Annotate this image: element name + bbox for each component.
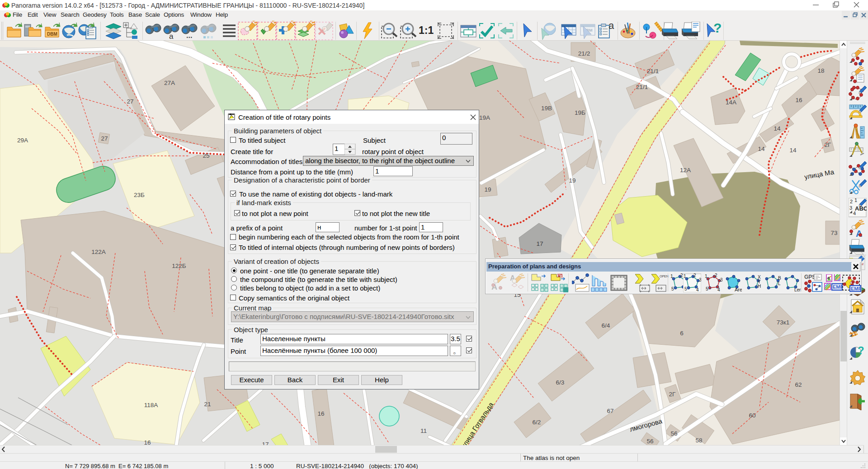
svg-text:14: 14 bbox=[758, 145, 765, 152]
svg-text:58: 58 bbox=[695, 437, 702, 444]
svg-text:1: 1 bbox=[854, 198, 857, 203]
svg-text:12А: 12А bbox=[680, 167, 691, 174]
svg-text:73к1: 73к1 bbox=[777, 319, 789, 326]
svg-text:OPEN: OPEN bbox=[660, 275, 669, 278]
svg-text:14А: 14А bbox=[726, 99, 736, 106]
svg-text:2Г: 2Г bbox=[825, 141, 832, 148]
svg-text:122Б: 122Б bbox=[172, 263, 186, 269]
svg-text:73: 73 bbox=[830, 230, 837, 236]
svg-text:62: 62 bbox=[795, 381, 802, 388]
svg-text:3: 3 bbox=[699, 277, 701, 282]
svg-text:23Б: 23Б bbox=[134, 192, 145, 198]
svg-text:1: 1 bbox=[670, 274, 673, 279]
svg-text:17: 17 bbox=[536, 240, 543, 247]
svg-text:21/2: 21/2 bbox=[578, 50, 590, 57]
svg-text:19A: 19A bbox=[479, 114, 490, 121]
svg-text:19В: 19В bbox=[541, 105, 552, 112]
svg-text:EMF: EMF bbox=[833, 284, 843, 290]
svg-text:16: 16 bbox=[317, 410, 324, 417]
svg-text:a: a bbox=[609, 22, 614, 31]
svg-text:27: 27 bbox=[127, 98, 133, 105]
svg-text:3: 3 bbox=[849, 205, 852, 211]
svg-text:6: 6 bbox=[680, 330, 684, 337]
svg-text:29A: 29A bbox=[17, 137, 28, 144]
svg-text:6/4: 6/4 bbox=[602, 322, 610, 329]
svg-text:Len: Len bbox=[794, 287, 801, 292]
svg-text:56: 56 bbox=[670, 430, 677, 437]
svg-text:5: 5 bbox=[684, 286, 687, 291]
svg-text:4: 4 bbox=[717, 287, 720, 292]
svg-text:27A: 27A bbox=[164, 80, 175, 86]
svg-text:27: 27 bbox=[101, 135, 108, 142]
svg-text:25: 25 bbox=[203, 152, 209, 159]
svg-text:5: 5 bbox=[671, 286, 674, 291]
svg-text:2: 2 bbox=[693, 273, 696, 278]
svg-text:?: ? bbox=[858, 344, 864, 356]
svg-text:1: 1 bbox=[705, 274, 708, 279]
svg-text:EMF: EMF bbox=[851, 286, 861, 291]
svg-text:4: 4 bbox=[696, 287, 699, 292]
svg-text:6/3: 6/3 bbox=[556, 379, 565, 386]
svg-text:16: 16 bbox=[795, 97, 802, 103]
svg-text:Area: Area bbox=[735, 287, 742, 292]
svg-text:118A: 118A bbox=[144, 402, 158, 408]
svg-text:H: H bbox=[758, 284, 761, 289]
svg-text:B: B bbox=[778, 276, 781, 281]
svg-text:67: 67 bbox=[607, 408, 613, 414]
svg-text:2: 2 bbox=[850, 199, 853, 204]
svg-text:DBM: DBM bbox=[47, 32, 57, 37]
svg-text:14: 14 bbox=[774, 125, 781, 132]
svg-text:56: 56 bbox=[646, 438, 653, 445]
svg-text:1: 1 bbox=[684, 274, 686, 279]
svg-text:21: 21 bbox=[204, 401, 211, 408]
svg-text:14: 14 bbox=[789, 147, 797, 154]
svg-text:?: ? bbox=[713, 22, 722, 35]
svg-text:2: 2 bbox=[715, 273, 717, 278]
svg-text:122A: 122A bbox=[91, 249, 106, 255]
svg-text:...: ... bbox=[186, 32, 192, 39]
svg-text:5: 5 bbox=[706, 286, 708, 291]
svg-text:a: a bbox=[169, 32, 174, 40]
svg-text:6/2: 6/2 bbox=[533, 419, 541, 426]
svg-text:21/1: 21/1 bbox=[647, 68, 659, 75]
svg-text:19: 19 bbox=[569, 177, 576, 184]
svg-text:L: L bbox=[778, 281, 781, 286]
svg-text:11: 11 bbox=[420, 427, 427, 434]
svg-text:60: 60 bbox=[749, 412, 755, 419]
svg-text:3: 3 bbox=[720, 277, 722, 282]
svg-text:21/1: 21/1 bbox=[636, 84, 648, 90]
svg-text:19Б: 19Б bbox=[575, 109, 585, 116]
svg-text:2Г: 2Г bbox=[669, 391, 676, 398]
svg-text:19: 19 bbox=[484, 186, 491, 193]
svg-text:18: 18 bbox=[817, 67, 824, 74]
